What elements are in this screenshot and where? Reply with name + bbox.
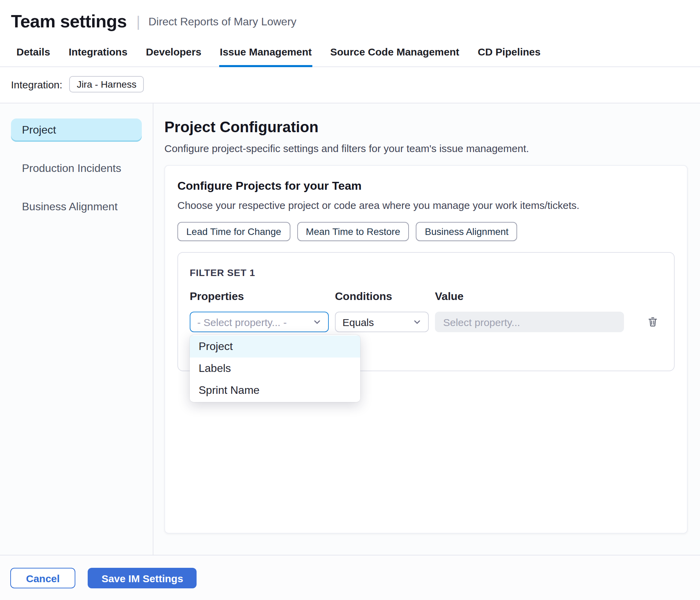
column-label-properties: Properties: [190, 290, 329, 303]
sidebar-item-project[interactable]: Project: [11, 118, 142, 142]
dropdown-option-labels[interactable]: Labels: [190, 358, 360, 379]
main-panel: Project Configuration Configure project-…: [153, 103, 700, 555]
chevron-down-icon: [413, 316, 421, 328]
tab-details[interactable]: Details: [16, 43, 51, 67]
page-header: Team settings | Direct Reports of Mary L…: [0, 0, 700, 35]
cancel-button[interactable]: Cancel: [10, 568, 75, 588]
integration-badge: Jira - Harness: [69, 76, 144, 92]
title-divider: |: [136, 13, 140, 30]
trash-icon: [647, 319, 658, 329]
integration-row: Integration: Jira - Harness: [0, 67, 700, 103]
footer-bar: Cancel Save IM Settings: [0, 555, 700, 600]
metric-chips: Lead Time for Change Mean Time to Restor…: [177, 222, 675, 241]
configure-projects-card: Configure Projects for your Team Choose …: [164, 165, 688, 534]
card-title: Configure Projects for your Team: [177, 179, 675, 193]
save-im-settings-button[interactable]: Save IM Settings: [88, 568, 197, 588]
property-select-value: - Select property... -: [197, 316, 287, 328]
settings-sidebar: Project Production Incidents Business Al…: [0, 103, 153, 555]
card-description: Choose your respective project or code a…: [177, 199, 675, 211]
tab-issue-management[interactable]: Issue Management: [219, 43, 312, 67]
filter-controls-row: - Select property... - Equals: [190, 312, 662, 332]
value-input: [435, 312, 624, 332]
dropdown-option-project[interactable]: Project: [190, 336, 360, 358]
property-select[interactable]: - Select property... -: [190, 312, 329, 332]
chip-business-alignment[interactable]: Business Alignment: [416, 222, 517, 241]
sidebar-item-production-incidents[interactable]: Production Incidents: [11, 157, 142, 180]
delete-filter-button[interactable]: [642, 315, 662, 329]
integration-label: Integration:: [11, 78, 62, 90]
team-settings-page: Team settings | Direct Reports of Mary L…: [0, 0, 700, 600]
page-title: Team settings: [11, 11, 127, 32]
content-body: Project Production Incidents Business Al…: [0, 103, 700, 555]
tab-bar: Details Integrations Developers Issue Ma…: [0, 35, 700, 67]
tab-integrations[interactable]: Integrations: [68, 43, 128, 67]
filter-set-1: FILTER SET 1 Properties Conditions Value…: [177, 252, 675, 371]
property-dropdown-menu: Project Labels Sprint Name: [190, 335, 360, 402]
chevron-down-icon: [313, 316, 321, 328]
filter-column-headers: Properties Conditions Value: [190, 290, 662, 303]
tab-developers[interactable]: Developers: [145, 43, 202, 67]
section-title: Project Configuration: [164, 118, 688, 136]
filter-set-title: FILTER SET 1: [190, 266, 662, 279]
condition-select-value: Equals: [342, 316, 374, 328]
condition-select[interactable]: Equals: [335, 312, 429, 332]
column-label-conditions: Conditions: [335, 290, 429, 303]
tab-cd-pipelines[interactable]: CD Pipelines: [477, 43, 541, 67]
chip-lead-time-for-change[interactable]: Lead Time for Change: [177, 222, 290, 241]
column-label-value: Value: [435, 290, 624, 303]
page-subtitle: Direct Reports of Mary Lowery: [148, 15, 296, 28]
sidebar-item-business-alignment[interactable]: Business Alignment: [11, 195, 142, 218]
tab-source-code-management[interactable]: Source Code Management: [329, 43, 460, 67]
chip-mean-time-to-restore[interactable]: Mean Time to Restore: [297, 222, 409, 241]
dropdown-option-sprint-name[interactable]: Sprint Name: [190, 379, 360, 401]
section-description: Configure project-specific settings and …: [164, 142, 688, 154]
